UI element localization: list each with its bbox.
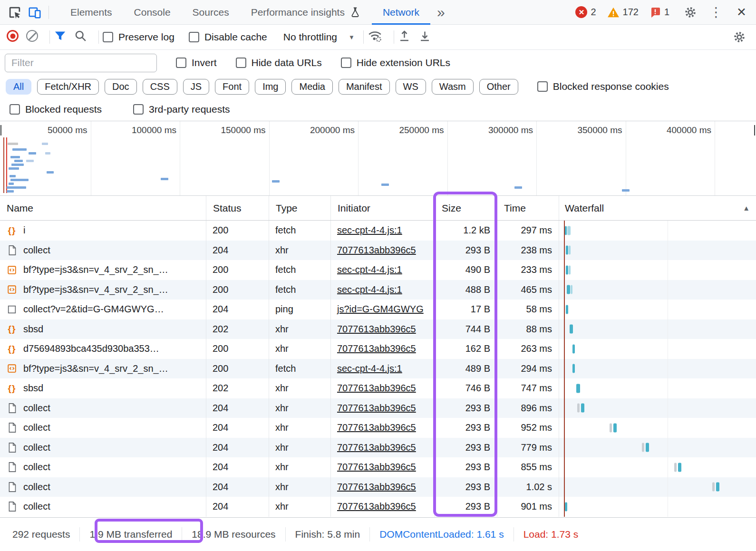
device-toolbar-button[interactable] [25, 2, 45, 22]
name-cell[interactable]: bf?type=js3&sn=v_4_srv_2_sn_… [0, 260, 206, 280]
initiator-cell[interactable]: 7077613abb396c5 [331, 477, 435, 497]
filter-input[interactable] [5, 54, 157, 72]
initiator-cell[interactable]: sec-cpt-4-4.js:1 [331, 280, 435, 300]
third-party-requests-checkbox[interactable]: 3rd-party requests [133, 104, 230, 115]
table-row[interactable]: bf?type=js3&sn=v_4_srv_2_sn_… 200 fetch … [0, 280, 756, 300]
type-filter-css[interactable]: CSS [143, 79, 177, 95]
type-filter-js[interactable]: JS [183, 79, 209, 95]
name-cell[interactable]: collect [0, 477, 206, 497]
name-cell[interactable]: collect [0, 241, 206, 261]
name-cell[interactable]: bf?type=js3&sn=v_4_srv_2_sn_… [0, 359, 206, 379]
table-row[interactable]: collect 204 xhr 7077613abb396c5 293 B 1.… [0, 477, 756, 497]
table-row[interactable]: collect?v=2&tid=G-GM4GWYG… 204 ping js?i… [0, 300, 756, 319]
type-filter-ws[interactable]: WS [396, 79, 426, 95]
column-header-time[interactable]: Time [497, 196, 559, 220]
initiator-cell[interactable]: 7077613abb396c5 [331, 457, 435, 477]
table-row[interactable]: {} sbsd 202 xhr 7077613abb396c5 746 B 74… [0, 378, 756, 398]
blocked-requests-checkbox[interactable]: Blocked requests [10, 104, 102, 115]
initiator-link[interactable]: 7077613abb396c5 [337, 482, 416, 493]
initiator-link[interactable]: 7077613abb396c5 [337, 245, 416, 256]
clear-network-log-button[interactable] [26, 30, 38, 44]
issues-badge[interactable]: 1 [649, 7, 669, 18]
overview[interactable]: 50000 ms100000 ms150000 ms200000 ms25000… [0, 121, 756, 196]
name-cell[interactable]: collect [0, 457, 206, 477]
initiator-link[interactable]: sec-cpt-4-4.js:1 [337, 284, 402, 295]
initiator-link[interactable]: 7077613abb396c5 [337, 501, 416, 512]
initiator-link[interactable]: 7077613abb396c5 [337, 324, 416, 335]
name-cell[interactable]: {} i [0, 221, 206, 241]
column-header-size[interactable]: Size [435, 196, 497, 220]
close-devtools-button[interactable]: ✕ [732, 5, 751, 19]
initiator-cell[interactable]: 7077613abb396c5 [331, 398, 435, 418]
name-cell[interactable]: collect [0, 418, 206, 438]
type-filter-media[interactable]: Media [291, 79, 332, 95]
search-button[interactable] [74, 29, 87, 45]
tab-sources[interactable]: Sources [182, 0, 240, 25]
name-cell[interactable]: {} sbsd [0, 378, 206, 398]
initiator-link[interactable]: 7077613abb396c5 [337, 343, 416, 354]
import-har-button[interactable] [398, 29, 411, 45]
tab-network[interactable]: Network [372, 0, 430, 25]
invert-checkbox[interactable]: Invert [176, 57, 217, 68]
initiator-link[interactable]: sec-cpt-4-4.js:1 [337, 225, 402, 236]
initiator-cell[interactable]: 7077613abb396c5 [331, 378, 435, 398]
record-network-log-button[interactable] [7, 30, 19, 44]
export-har-button[interactable] [418, 29, 431, 45]
table-row[interactable]: collect 204 xhr 7077613abb396c5 293 B 23… [0, 241, 756, 261]
type-filter-other[interactable]: Other [479, 79, 518, 95]
table-row[interactable]: {} d75694893bca435d930ba353… 200 xhr 707… [0, 339, 756, 359]
initiator-cell[interactable]: js?id=G-GM4GWYG [331, 300, 435, 319]
initiator-link[interactable]: sec-cpt-4-4.js:1 [337, 363, 402, 374]
settings-button[interactable] [680, 2, 700, 22]
initiator-cell[interactable]: 7077613abb396c5 [331, 319, 435, 339]
table-row[interactable]: collect 204 xhr 7077613abb396c5 293 B 95… [0, 418, 756, 438]
hide-extension-urls-checkbox[interactable]: Hide extension URLs [341, 57, 450, 68]
disable-cache-checkbox[interactable]: Disable cache [189, 31, 267, 43]
table-row[interactable]: {} sbsd 202 xhr 7077613abb396c5 744 B 88… [0, 319, 756, 339]
initiator-cell[interactable]: 7077613abb396c5 [331, 339, 435, 359]
tab-elements[interactable]: Elements [59, 0, 123, 25]
initiator-cell[interactable]: 7077613abb396c5 [331, 438, 435, 458]
column-header-name[interactable]: Name [0, 196, 206, 220]
inspect-element-button[interactable] [5, 2, 25, 22]
blocked-response-cookies-checkbox[interactable]: Blocked response cookies [537, 81, 669, 92]
initiator-link[interactable]: sec-cpt-4-4.js:1 [337, 264, 402, 275]
table-row[interactable]: bf?type=js3&sn=v_4_srv_2_sn_… 200 fetch … [0, 359, 756, 379]
initiator-cell[interactable]: sec-cpt-4-4.js:1 [331, 221, 435, 241]
name-cell[interactable]: collect [0, 497, 206, 517]
throttling-dropdown[interactable]: No throttling ▼ [283, 31, 355, 43]
type-filter-font[interactable]: Font [215, 79, 249, 95]
type-filter-fetch-xhr[interactable]: Fetch/XHR [37, 79, 99, 95]
table-row[interactable]: collect 204 xhr 7077613abb396c5 293 B 90… [0, 497, 756, 517]
initiator-link[interactable]: 7077613abb396c5 [337, 442, 416, 453]
name-cell[interactable]: bf?type=js3&sn=v_4_srv_2_sn_… [0, 280, 206, 300]
table-row[interactable]: collect 204 xhr 7077613abb396c5 293 B 89… [0, 398, 756, 418]
tab-console[interactable]: Console [123, 0, 182, 25]
warning-badge[interactable]: 172 [607, 6, 639, 19]
column-header-waterfall[interactable]: Waterfall ▲ [559, 196, 756, 220]
table-row[interactable]: collect 204 xhr 7077613abb396c5 293 B 77… [0, 438, 756, 458]
filter-toggle-button[interactable] [54, 29, 67, 45]
name-cell[interactable]: collect [0, 398, 206, 418]
initiator-link[interactable]: 7077613abb396c5 [337, 422, 416, 433]
name-cell[interactable]: {} sbsd [0, 319, 206, 339]
network-settings-button[interactable] [729, 27, 749, 47]
type-filter-wasm[interactable]: Wasm [432, 79, 474, 95]
name-cell[interactable]: collect [0, 438, 206, 458]
type-filter-img[interactable]: Img [255, 79, 286, 95]
name-cell[interactable]: collect?v=2&tid=G-GM4GWYG… [0, 300, 206, 319]
table-row[interactable]: collect 204 xhr 7077613abb396c5 293 B 85… [0, 457, 756, 477]
tab-performance-insights[interactable]: Performance insights [240, 0, 372, 25]
more-tabs-button[interactable]: » [430, 4, 452, 20]
initiator-link[interactable]: 7077613abb396c5 [337, 403, 416, 414]
initiator-cell[interactable]: 7077613abb396c5 [331, 497, 435, 517]
network-conditions-button[interactable] [368, 29, 382, 46]
initiator-link[interactable]: 7077613abb396c5 [337, 383, 416, 394]
column-header-status[interactable]: Status [206, 196, 269, 220]
type-filter-doc[interactable]: Doc [105, 79, 137, 95]
initiator-link[interactable]: js?id=G-GM4GWYG [337, 304, 424, 315]
initiator-cell[interactable]: 7077613abb396c5 [331, 418, 435, 438]
initiator-cell[interactable]: sec-cpt-4-4.js:1 [331, 260, 435, 280]
preserve-log-checkbox[interactable]: Preserve log [103, 31, 174, 43]
table-row[interactable]: bf?type=js3&sn=v_4_srv_2_sn_… 200 fetch … [0, 260, 756, 280]
